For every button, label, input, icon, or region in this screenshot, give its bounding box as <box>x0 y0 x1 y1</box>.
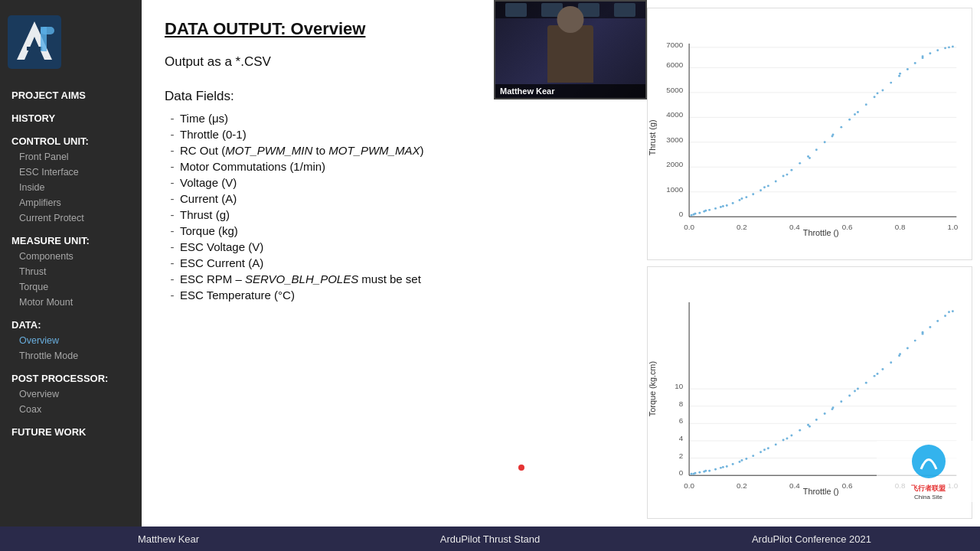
svg-point-124 <box>815 419 818 421</box>
red-dot-indicator <box>517 463 526 472</box>
svg-text:Thrust (g): Thrust (g) <box>648 119 657 155</box>
video-thumbnail-4 <box>614 3 635 17</box>
svg-point-42 <box>745 196 747 198</box>
svg-text:0.2: 0.2 <box>737 481 747 490</box>
svg-point-120 <box>782 439 785 441</box>
sidebar-item-post-overview[interactable]: Overview <box>0 386 142 402</box>
svg-point-54 <box>840 126 842 129</box>
svg-point-117 <box>760 451 762 453</box>
sidebar-item-amplifiers[interactable]: Amplifiers <box>0 195 142 210</box>
svg-point-76 <box>831 135 834 137</box>
svg-point-41 <box>739 199 741 201</box>
svg-text:2000: 2000 <box>666 160 683 168</box>
field-esc-temp: - ESC Temperature (°C) <box>165 287 624 303</box>
svg-point-150 <box>854 390 856 393</box>
svg-text:0.6: 0.6 <box>842 223 853 231</box>
sidebar-item-throttle-mode[interactable]: Throttle Mode <box>0 348 142 364</box>
sidebar-section-history[interactable]: HISTORY <box>0 106 142 126</box>
svg-point-60 <box>890 82 892 84</box>
svg-text:1.0: 1.0 <box>948 223 959 231</box>
svg-point-38 <box>720 206 722 208</box>
sidebar: PROJECT AIMS HISTORY CONTROL UNIT: Front… <box>0 0 142 527</box>
field-esc-voltage: - ESC Voltage (V) <box>165 239 624 255</box>
sidebar-item-current-protect[interactable]: Current Protect <box>0 210 142 226</box>
sidebar-item-overview[interactable]: Overview <box>0 333 142 348</box>
svg-point-44 <box>760 189 762 191</box>
video-thumbnail-1 <box>505 3 527 17</box>
svg-point-49 <box>799 162 801 165</box>
svg-point-45 <box>767 184 769 187</box>
svg-point-119 <box>775 443 777 445</box>
svg-text:0: 0 <box>679 210 684 218</box>
svg-point-32 <box>691 214 693 217</box>
svg-point-139 <box>936 320 939 322</box>
footer: Matthew Kear ArduPilot Thrust Stand Ardu… <box>0 527 980 551</box>
field-motor-comm: - Motor Commutations (1/min) <box>165 158 624 174</box>
bullet-icon: - <box>165 144 180 157</box>
svg-point-130 <box>865 382 867 384</box>
svg-text:8: 8 <box>679 399 684 408</box>
svg-point-135 <box>906 347 909 349</box>
svg-point-129 <box>857 388 859 390</box>
svg-point-110 <box>714 468 717 471</box>
footer-center: ArduPilot Thrust Stand <box>337 533 643 545</box>
ap-logo <box>8 15 61 69</box>
svg-point-152 <box>899 353 901 355</box>
sidebar-item-inside[interactable]: Inside <box>0 180 142 195</box>
svg-point-39 <box>726 204 728 207</box>
svg-point-63 <box>914 62 916 64</box>
svg-text:0.4: 0.4 <box>789 223 800 231</box>
svg-point-109 <box>708 470 710 472</box>
field-rc-out: - RC Out (MOT_PWM_MIN to MOT_PWM_MAX) <box>165 142 624 158</box>
svg-point-36 <box>708 209 710 211</box>
svg-point-153 <box>922 331 924 334</box>
bullet-icon: - <box>165 128 180 141</box>
sidebar-item-motor-mount[interactable]: Motor Mount <box>0 295 142 310</box>
svg-point-118 <box>767 447 769 449</box>
svg-point-75 <box>808 157 811 159</box>
svg-point-58 <box>874 96 876 98</box>
sidebar-item-coax[interactable]: Coax <box>0 402 142 417</box>
field-esc-current: - ESC Current (A) <box>165 255 624 271</box>
svg-point-116 <box>752 455 754 457</box>
sidebar-section-project-aims[interactable]: PROJECT AIMS <box>0 83 142 103</box>
svg-text:3000: 3000 <box>666 135 683 144</box>
svg-point-144 <box>722 466 724 468</box>
svg-text:0.0: 0.0 <box>684 481 694 490</box>
bullet-icon: - <box>165 256 180 269</box>
svg-point-61 <box>898 75 900 77</box>
svg-text:Torque (kg.cm): Torque (kg.cm) <box>648 361 657 416</box>
bullet-icon: - <box>165 160 180 173</box>
svg-point-107 <box>698 471 701 474</box>
bullet-icon: - <box>165 192 180 205</box>
svg-rect-2 <box>27 47 42 51</box>
sidebar-section-future-work[interactable]: FUTURE WORK <box>0 420 142 440</box>
svg-rect-5 <box>648 32 972 236</box>
bullet-icon: - <box>165 176 180 189</box>
svg-point-57 <box>865 103 867 106</box>
sidebar-item-components[interactable]: Components <box>0 249 142 264</box>
sidebar-item-torque[interactable]: Torque <box>0 279 142 295</box>
svg-point-113 <box>732 463 734 465</box>
sidebar-item-thrust[interactable]: Thrust <box>0 264 142 279</box>
sidebar-item-esc-interface[interactable]: ESC Interface <box>0 165 142 180</box>
svg-point-155 <box>912 445 946 478</box>
video-overlay: Matthew Kear <box>494 0 647 99</box>
svg-point-52 <box>824 141 826 143</box>
svg-point-46 <box>775 180 777 182</box>
logo-area <box>0 8 142 80</box>
thrust-chart: Thrust (g) Throttle () 0 1000 2000 3000 … <box>647 8 972 260</box>
svg-text:6000: 6000 <box>666 60 683 69</box>
field-thrust: - Thrust (g) <box>165 207 624 223</box>
svg-point-148 <box>808 425 811 428</box>
svg-point-40 <box>732 202 734 204</box>
svg-point-131 <box>874 375 876 377</box>
sidebar-item-front-panel[interactable]: Front Panel <box>0 149 142 165</box>
svg-text:10: 10 <box>675 382 683 390</box>
watermark-content: 飞行者联盟 China Site <box>910 442 948 500</box>
svg-point-128 <box>848 394 851 396</box>
field-esc-rpm: - ESC RPM – SERVO_BLH_POLES must be set <box>165 271 624 287</box>
svg-text:4: 4 <box>679 434 684 442</box>
svg-point-143 <box>704 470 707 472</box>
svg-point-105 <box>691 473 693 475</box>
